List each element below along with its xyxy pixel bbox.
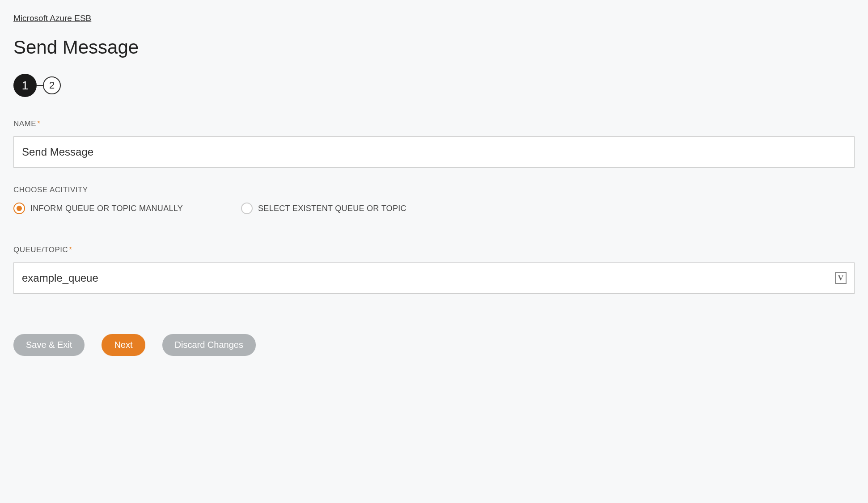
queue-topic-label-text: QUEUE/TOPIC — [13, 245, 68, 254]
radio-label-select: SELECT EXISTENT QUEUE OR TOPIC — [258, 204, 406, 213]
step-2[interactable]: 2 — [43, 76, 61, 94]
name-input[interactable] — [13, 136, 855, 168]
page-title: Send Message — [13, 37, 855, 58]
radio-circle-icon — [241, 203, 253, 214]
queue-topic-input[interactable] — [13, 262, 855, 294]
radio-circle-icon — [13, 203, 25, 214]
save-exit-button[interactable]: Save & Exit — [13, 334, 85, 356]
next-button[interactable]: Next — [102, 334, 145, 356]
queue-topic-label: QUEUE/TOPIC* — [13, 245, 855, 254]
activity-label: CHOOSE ACITIVITY — [13, 186, 855, 194]
stepper: 1 2 — [13, 74, 855, 97]
step-1[interactable]: 1 — [13, 74, 37, 97]
breadcrumb-link[interactable]: Microsoft Azure ESB — [13, 13, 91, 23]
queue-topic-input-wrapper: V — [13, 262, 855, 294]
radio-label-manual: INFORM QUEUE OR TOPIC MANUALLY — [30, 204, 183, 213]
queue-topic-field-group: QUEUE/TOPIC* V — [13, 245, 855, 294]
radio-option-select[interactable]: SELECT EXISTENT QUEUE OR TOPIC — [241, 203, 406, 214]
button-row: Save & Exit Next Discard Changes — [13, 334, 855, 356]
activity-field-group: CHOOSE ACITIVITY INFORM QUEUE OR TOPIC M… — [13, 186, 855, 214]
name-field-group: NAME* — [13, 119, 855, 168]
activity-radio-group: INFORM QUEUE OR TOPIC MANUALLY SELECT EX… — [13, 203, 855, 214]
required-asterisk: * — [69, 245, 72, 254]
discard-button[interactable]: Discard Changes — [162, 334, 256, 356]
step-connector — [37, 85, 43, 86]
name-label: NAME* — [13, 119, 855, 128]
required-asterisk: * — [37, 119, 40, 128]
radio-option-manual[interactable]: INFORM QUEUE OR TOPIC MANUALLY — [13, 203, 183, 214]
name-label-text: NAME — [13, 119, 36, 128]
